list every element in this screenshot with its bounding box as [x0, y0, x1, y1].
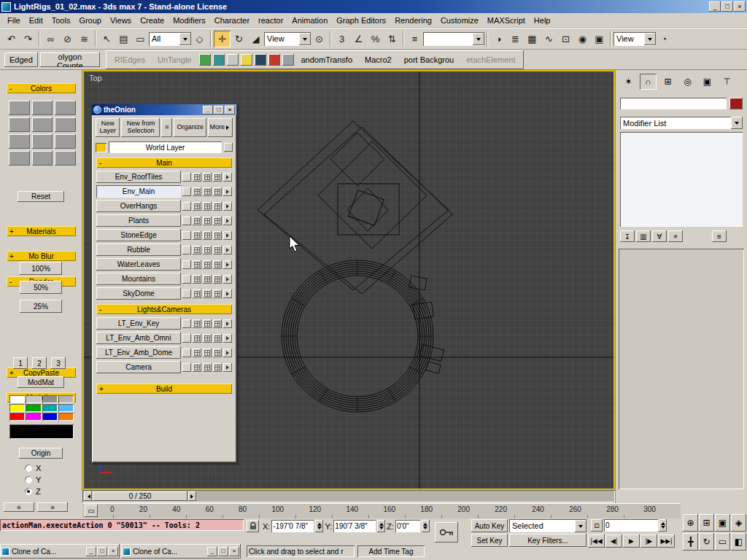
- macro-icon-7[interactable]: [282, 54, 294, 66]
- color-preset-swatch[interactable]: [32, 134, 53, 149]
- menu-item-customize[interactable]: Customize: [436, 15, 483, 26]
- macro2-button[interactable]: Macro2: [360, 52, 397, 67]
- dropdown-arrow-icon[interactable]: [731, 117, 743, 129]
- menu-item-maxscript[interactable]: MAXScript: [483, 15, 530, 26]
- pan-track-right-button[interactable]: »: [37, 502, 68, 512]
- edged-faces-button[interactable]: Edged: [4, 52, 38, 67]
- tab-motion[interactable]: ◎: [679, 74, 696, 90]
- layer-props-toggle[interactable]: [213, 246, 222, 254]
- palette-swatch[interactable]: [9, 395, 25, 403]
- auto-key-button[interactable]: Auto Key: [471, 519, 508, 532]
- viewport-background-button[interactable]: port Backgrou: [399, 52, 459, 67]
- layer-on-toggle[interactable]: [182, 363, 191, 372]
- layer-select-toggle[interactable]: [203, 319, 212, 328]
- layer-expand-button[interactable]: [223, 275, 232, 284]
- rollout-colors[interactable]: - Colors: [7, 83, 76, 93]
- macro-icon-5[interactable]: [255, 54, 266, 66]
- layer-select-toggle[interactable]: [203, 275, 212, 284]
- layer-current-toggle[interactable]: [193, 260, 201, 269]
- layer-current-toggle[interactable]: [193, 334, 201, 343]
- layer-select-toggle[interactable]: [203, 231, 212, 240]
- time-slider-track[interactable]: 0 / 250: [82, 490, 615, 502]
- macro-icon-4[interactable]: [241, 54, 252, 66]
- layer-name-button[interactable]: Env_Main: [96, 185, 181, 198]
- reference-coordsys-dropdown[interactable]: View: [264, 32, 311, 46]
- frame-spinner[interactable]: [659, 519, 667, 532]
- menu-item-modifiers[interactable]: Modifiers: [169, 15, 210, 26]
- macro-icon-6[interactable]: [268, 54, 280, 66]
- make-unique-button[interactable]: ∀: [652, 230, 667, 242]
- use-center-icon[interactable]: ⊙: [311, 31, 328, 47]
- maximize-button[interactable]: □: [721, 1, 733, 12]
- minimized-window-2[interactable]: Clone of Ca... _ □ ×: [121, 544, 241, 559]
- rollout-lights-cameras[interactable]: - Lights&Cameras: [96, 304, 232, 314]
- minimize-button[interactable]: _: [709, 1, 721, 12]
- palette-swatch[interactable]: [58, 395, 74, 403]
- menu-item-help[interactable]: Help: [530, 15, 555, 26]
- layer-name-button[interactable]: Plants: [96, 214, 181, 227]
- spinner-snap-icon[interactable]: ⇅: [384, 31, 400, 47]
- select-by-name-icon[interactable]: ▤: [115, 31, 132, 47]
- layer-props-toggle[interactable]: [213, 334, 222, 343]
- selection-lock-icon[interactable]: [247, 520, 259, 532]
- maximize-button[interactable]: □: [214, 106, 224, 114]
- play-button[interactable]: ▶: [623, 534, 640, 548]
- select-and-link-icon[interactable]: ∞: [42, 31, 59, 47]
- macro-icon-2[interactable]: [213, 54, 225, 66]
- random-transform-button[interactable]: andomTransfo: [296, 52, 358, 67]
- layer-on-toggle[interactable]: [182, 260, 191, 269]
- go-to-end-button[interactable]: ▶▶|: [658, 534, 675, 548]
- level-1-button[interactable]: 1: [13, 357, 28, 369]
- align-icon[interactable]: ≣: [507, 31, 524, 47]
- edit-named-selections-icon[interactable]: ≡: [406, 31, 423, 47]
- layer-current-toggle[interactable]: [193, 289, 201, 298]
- layer-on-toggle[interactable]: [182, 334, 191, 343]
- select-and-scale-icon[interactable]: ◢: [247, 31, 264, 47]
- add-time-tag[interactable]: Add Time Tag: [357, 545, 425, 557]
- theonion-window[interactable]: theOnion _ □ × New Layer New from Select…: [91, 104, 237, 463]
- rollout-scroll-area[interactable]: [619, 249, 744, 489]
- close-button[interactable]: ×: [108, 547, 118, 556]
- layer-expand-button[interactable]: [223, 289, 232, 298]
- color-preset-swatch[interactable]: [32, 151, 53, 166]
- restore-button[interactable]: □: [97, 547, 107, 556]
- undo-icon[interactable]: ↶: [3, 31, 20, 47]
- new-from-selection-button[interactable]: New from Selection: [121, 118, 160, 137]
- palette-big-swatch[interactable]: [9, 424, 74, 439]
- menu-item-group[interactable]: Group: [74, 15, 106, 26]
- key-mode-toggle-icon[interactable]: ⊡: [591, 519, 603, 532]
- show-end-result-button[interactable]: ▥: [636, 230, 651, 242]
- dropdown-arrow-icon[interactable]: [299, 33, 311, 45]
- layer-expand-button[interactable]: [223, 187, 232, 196]
- layer-on-toggle[interactable]: [182, 289, 191, 298]
- minimized-window-1[interactable]: Clone of Ca... _ □ ×: [0, 544, 120, 559]
- redo-icon[interactable]: ↷: [20, 31, 36, 47]
- angle-snap-icon[interactable]: ∠: [350, 31, 367, 47]
- radio-icon[interactable]: [25, 488, 32, 495]
- layer-props-toggle[interactable]: [213, 187, 222, 196]
- dropdown-arrow-icon[interactable]: [473, 33, 484, 45]
- color-preset-swatch[interactable]: [32, 101, 53, 115]
- layer-expand-button[interactable]: [223, 334, 232, 343]
- color-preset-swatch[interactable]: [55, 134, 76, 149]
- layer-name-button[interactable]: Mountains: [96, 273, 181, 285]
- color-preset-swatch[interactable]: [55, 117, 76, 132]
- rollout-main[interactable]: - Main: [96, 158, 232, 168]
- modifier-stack-list[interactable]: [620, 132, 743, 227]
- current-frame-field[interactable]: 0: [604, 519, 658, 532]
- layer-props-toggle[interactable]: [213, 289, 222, 298]
- theonion-titlebar[interactable]: theOnion _ □ ×: [92, 104, 236, 115]
- next-frame-button[interactable]: |▶: [640, 534, 657, 548]
- pin-stack-button[interactable]: ↧: [620, 230, 635, 242]
- axis-x-radio[interactable]: X: [25, 464, 41, 472]
- layer-select-toggle[interactable]: [203, 187, 212, 196]
- object-color-swatch[interactable]: [729, 98, 743, 109]
- z-spinner[interactable]: [422, 520, 430, 532]
- dropdown-arrow-icon[interactable]: [575, 520, 587, 532]
- tab-modify[interactable]: ∩: [640, 74, 657, 90]
- window-crossing-icon[interactable]: ◇: [191, 31, 208, 47]
- restore-button[interactable]: □: [218, 547, 228, 556]
- render-50-button[interactable]: 50%: [20, 281, 62, 294]
- layer-current-toggle[interactable]: [193, 217, 201, 225]
- unlink-selection-icon[interactable]: ⊘: [59, 31, 76, 47]
